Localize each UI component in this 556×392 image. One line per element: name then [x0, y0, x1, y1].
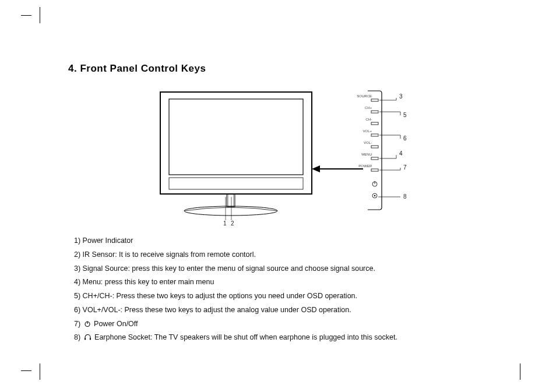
legend-item-2: 2) IR Sensor: It is to receive signals f… — [74, 248, 522, 262]
svg-rect-14 — [371, 122, 378, 125]
svg-point-22 — [374, 195, 375, 196]
legend-7-prefix: 7) — [74, 320, 83, 328]
svg-rect-4 — [228, 194, 234, 207]
svg-rect-1 — [169, 99, 303, 175]
panel-label-vol-minus: VOL- — [354, 141, 372, 144]
callout-3: 3 — [399, 93, 403, 100]
legend-item-6: 6) VOL+/VOL-: Press these two keys to ad… — [74, 303, 522, 317]
legend-item-4: 4) Menu: press this key to enter main me… — [74, 276, 522, 289]
svg-rect-15 — [371, 134, 378, 136]
panel-label-source: SOURCE — [354, 94, 372, 98]
section-title: 4. Front Panel Control Keys — [68, 63, 522, 75]
callout-4: 4 — [399, 150, 403, 157]
panel-label-ch-plus: CH+ — [354, 106, 372, 110]
svg-rect-26 — [89, 338, 90, 340]
headphone-icon — [84, 334, 92, 341]
legend-item-3: 3) Signal Source: press this key to ente… — [74, 262, 522, 276]
panel-label-power: POWER — [354, 164, 372, 168]
svg-rect-13 — [371, 111, 378, 113]
callout-7: 7 — [403, 164, 407, 171]
svg-rect-18 — [371, 169, 378, 171]
svg-rect-25 — [85, 338, 86, 340]
callout-2: 2 — [231, 220, 234, 227]
legend-item-8: 8) Earphone Socket: The TV speakers will… — [74, 331, 522, 345]
figure: 1 2 — [149, 87, 428, 227]
panel-label-ch-minus: CH- — [354, 118, 372, 121]
callout-8: 8 — [403, 193, 407, 200]
callout-5: 5 — [403, 112, 407, 118]
legend-7-suffix: Power On/Off — [92, 320, 138, 328]
svg-marker-11 — [312, 165, 320, 172]
legend-item-7: 7) Power On/Off — [74, 317, 522, 331]
page-content: 4. Front Panel Control Keys 1 2 — [44, 10, 522, 376]
legend-8-suffix: Earphone Socket: The TV speakers will be… — [93, 333, 397, 341]
callout-6: 6 — [403, 135, 407, 142]
tv-illustration — [149, 87, 323, 227]
legend-item-5: 5) CH+/CH-: Press these two keys to adju… — [74, 289, 522, 303]
callout-1: 1 — [223, 220, 227, 227]
svg-rect-0 — [160, 92, 312, 194]
side-panel-illustration — [364, 90, 428, 215]
svg-rect-12 — [371, 99, 378, 101]
panel-label-vol-plus: VOL+ — [354, 129, 372, 133]
panel-label-menu: MENU — [354, 153, 372, 156]
svg-rect-16 — [371, 146, 378, 148]
power-icon — [84, 320, 91, 327]
legend-item-1: 1) Power Indicator — [74, 234, 522, 248]
legend-list: 1) Power Indicator 2) IR Sensor: It is t… — [74, 234, 522, 345]
svg-rect-17 — [371, 157, 378, 160]
svg-rect-2 — [169, 178, 303, 189]
legend-8-prefix: 8) — [74, 333, 83, 341]
